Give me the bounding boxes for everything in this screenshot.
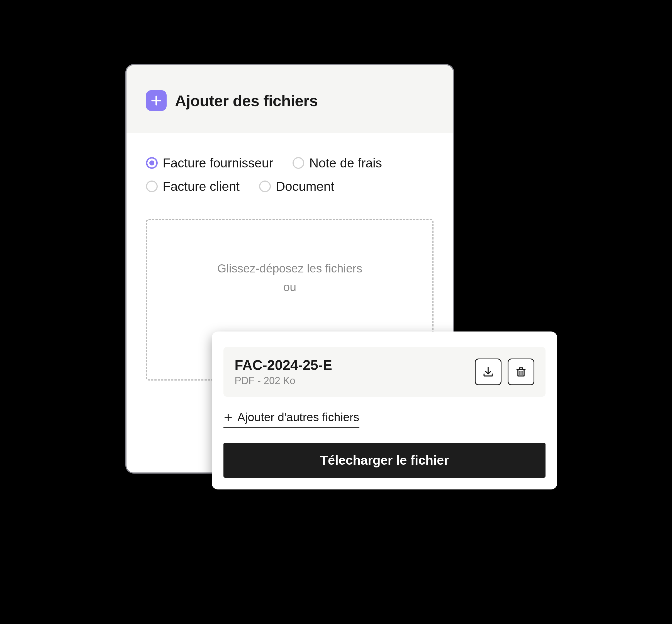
- radio-facture-client[interactable]: Facture client: [146, 179, 240, 194]
- radio-label: Facture fournisseur: [163, 155, 273, 171]
- radio-document[interactable]: Document: [259, 179, 334, 194]
- file-name: FAC-2024-25-E: [235, 357, 332, 373]
- file-overlay-card: FAC-2024-25-E PDF - 202 Ko: [212, 332, 557, 490]
- dropzone-instruction: Glissez-déposez les fichiers ou: [217, 259, 362, 296]
- delete-icon-button[interactable]: [508, 359, 534, 385]
- radio-icon: [292, 157, 304, 169]
- plus-icon: [146, 90, 166, 111]
- download-icon-button[interactable]: [475, 359, 501, 385]
- file-actions: [475, 359, 534, 385]
- card-header: Ajouter des fichiers: [127, 65, 453, 133]
- download-icon: [482, 366, 494, 378]
- add-more-label: Ajouter d'autres fichiers: [237, 411, 359, 424]
- plus-icon: [224, 413, 233, 422]
- dropzone-line1: Glissez-déposez les fichiers: [217, 259, 362, 278]
- file-type-radios: Facture fournisseur Note de frais Factur…: [127, 133, 453, 202]
- download-file-button[interactable]: Télecharger le fichier: [224, 443, 545, 478]
- radio-label: Document: [276, 179, 334, 194]
- file-info: FAC-2024-25-E PDF - 202 Ko: [235, 357, 332, 387]
- file-row: FAC-2024-25-E PDF - 202 Ko: [224, 347, 545, 397]
- radio-facture-fournisseur[interactable]: Facture fournisseur: [146, 155, 273, 171]
- radio-icon: [259, 181, 271, 192]
- trash-icon: [515, 366, 527, 378]
- add-more-files-link[interactable]: Ajouter d'autres fichiers: [224, 411, 359, 427]
- file-meta: PDF - 202 Ko: [235, 375, 332, 387]
- dropzone-line2: ou: [217, 278, 362, 296]
- radio-icon: [146, 181, 158, 192]
- radio-label: Facture client: [163, 179, 240, 194]
- radio-icon: [146, 157, 158, 169]
- radio-note-de-frais[interactable]: Note de frais: [292, 155, 382, 171]
- radio-label: Note de frais: [309, 155, 382, 171]
- card-title: Ajouter des fichiers: [175, 92, 318, 110]
